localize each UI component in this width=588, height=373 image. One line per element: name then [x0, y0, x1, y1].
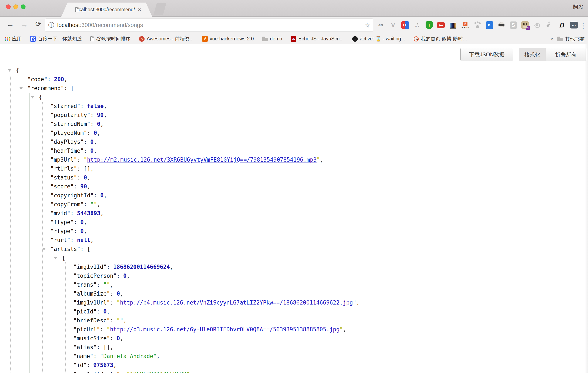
page-info-icon[interactable]: ⓘ	[48, 21, 54, 29]
bookmark-star-icon[interactable]: ☆	[364, 21, 370, 29]
json-value: 0	[103, 308, 107, 315]
incognito-mask-extension-icon[interactable]	[497, 21, 505, 29]
bookmark-item[interactable]: ↓active: ⌛ - waiting...	[352, 36, 405, 42]
weibo-gray-extension-icon[interactable]	[533, 21, 541, 29]
json-line: "ftype": 0,	[0, 218, 588, 227]
hummingbird-extension-icon[interactable]	[546, 21, 554, 29]
json-line: "topicPerson": 0,	[0, 271, 588, 280]
tampermonkey-extension-icon[interactable]: 1	[521, 21, 529, 29]
json-line: "rtUrls": [],	[0, 164, 588, 173]
other-bookmarks-button[interactable]: 其他书签	[557, 36, 585, 42]
json-key: "playedNum"	[50, 130, 87, 136]
apps-grid-icon	[5, 37, 10, 41]
json-value: ""	[103, 282, 110, 288]
json-value: "18686200114669622"	[126, 371, 190, 373]
json-key: "rtUrls"	[50, 165, 77, 172]
video-downloader-extension-icon[interactable]: ▶▶	[437, 22, 445, 28]
json-line: "mp3Url": "http://m2.music.126.net/3XR6B…	[0, 155, 588, 164]
json-link[interactable]: http://p3.music.126.net/6y-UleORITEDbvrO…	[110, 326, 339, 333]
json-key: "popularity"	[50, 112, 90, 118]
blue-downloader-extension-icon[interactable]: »	[486, 21, 493, 29]
json-line: "img1v1Id_str": "18686200114669622"	[0, 370, 588, 373]
bookmark-item[interactable]: 百度一下，你就知道	[30, 35, 82, 42]
json-key: "topicPerson"	[73, 273, 117, 279]
bookmark-item[interactable]: Vvue-hackernews-2.0	[202, 36, 254, 42]
url-host: localhost	[57, 22, 80, 29]
json-punct: [	[87, 246, 90, 252]
back-button[interactable]: ←	[6, 20, 15, 29]
fe-helper-extension-icon[interactable]: FE	[401, 21, 409, 29]
json-key: "recommend"	[27, 85, 64, 91]
paw-extension-icon[interactable]	[474, 21, 482, 29]
json-key: "picUrl"	[73, 326, 100, 333]
bookmarks-overflow-icon[interactable]: »	[551, 36, 554, 42]
s-letter-extension-icon[interactable]: S	[510, 21, 517, 29]
lastpass-extension-icon[interactable]: •••	[570, 22, 578, 29]
json-line: "briefDesc": "",	[0, 316, 588, 325]
json-line: "starredNum": 0,	[0, 119, 588, 128]
bookmark-item[interactable]: 我的首页 微博-随时...	[414, 35, 467, 42]
json-key: "starred"	[50, 103, 80, 109]
json-key: "img1v1Id"	[73, 264, 107, 270]
collapse-toggle-icon[interactable]	[31, 96, 34, 98]
bookmark-label: demo	[270, 36, 282, 42]
json-lines: {"code": 200,"recommend": [{"starred": f…	[0, 66, 588, 373]
echojs-icon: JS	[291, 36, 296, 42]
json-line: "img1v1Url": "http://p4.music.126.net/Vn…	[0, 298, 588, 307]
format-button[interactable]: 格式化	[519, 48, 546, 61]
json-line: "alias": [],	[0, 343, 588, 352]
collapse-toggle-icon[interactable]	[19, 87, 23, 90]
bookmark-label: 应用	[12, 35, 22, 42]
json-link[interactable]: http://p4.music.126.net/VnZiScyynLG7atLI…	[120, 299, 353, 306]
bookmark-item[interactable]: demo	[262, 36, 282, 42]
bookmark-item[interactable]: 应用	[5, 35, 22, 42]
json-key: "name"	[73, 353, 93, 359]
collapse-toggle-icon[interactable]	[8, 69, 11, 72]
reload-button[interactable]: ⟳	[34, 20, 43, 28]
json-line: "dayPlays": 0,	[0, 137, 588, 146]
bookmark-item[interactable]: AAwesomes - 前端资...	[139, 35, 194, 42]
close-window-button[interactable]	[6, 4, 11, 9]
new-tab-button[interactable]	[154, 3, 166, 15]
baidu-paw-icon	[30, 36, 36, 42]
json-line: "id": 975673,	[0, 361, 588, 370]
tab-close-icon[interactable]: ×	[138, 6, 141, 13]
browser-toolbar: ← → ⟳ ⓘ localhost :3000/recommend/songs …	[0, 17, 588, 34]
json-line: {	[0, 93, 588, 102]
json-key: "mvid"	[50, 210, 70, 216]
json-punct: [	[71, 85, 74, 91]
url-bar[interactable]: ⓘ localhost :3000/recommend/songs ☆	[45, 19, 373, 32]
browser-tab[interactable]: localhost:3000/recommend/so ×	[61, 2, 152, 17]
json-punct: [],	[103, 344, 113, 351]
json-line: {	[0, 254, 588, 262]
json-key: "albumSize"	[73, 290, 110, 297]
dark-reader-extension-icon[interactable]: D	[558, 21, 566, 29]
json-link[interactable]: http://m2.music.126.net/3XR6BU6yvtyVmFE8…	[87, 157, 316, 163]
profile-name[interactable]: 阿发	[573, 3, 584, 11]
qr-code-extension-icon[interactable]: ▦	[449, 21, 457, 29]
html5-player-extension-icon[interactable]: 5PLAYER	[461, 21, 469, 29]
json-value: ""	[117, 317, 123, 324]
json-value: 90	[80, 183, 87, 190]
json-value: "Daniela Andrade"	[100, 353, 157, 359]
json-key: "ftype"	[50, 219, 74, 225]
translate-extension-icon[interactable]: en	[377, 21, 385, 29]
json-line: "popularity": 90,	[0, 111, 588, 119]
collapse-all-button[interactable]: 折叠所有	[546, 48, 586, 61]
awesomes-icon: A	[139, 36, 145, 42]
bookmark-label: 谷歌按时间排序	[96, 35, 131, 42]
minimize-window-button[interactable]	[13, 4, 18, 9]
zoom-window-button[interactable]	[21, 4, 25, 9]
browser-menu-icon[interactable]: ⋮	[579, 21, 586, 30]
json-key: "score"	[50, 183, 74, 190]
collapse-toggle-icon[interactable]	[42, 248, 46, 250]
vue-devtools-extension-icon[interactable]: V	[389, 21, 397, 29]
collapse-toggle-icon[interactable]	[54, 257, 57, 259]
page-content: 下载JSON数据 格式化 折叠所有 {"code": 200,"recommen…	[0, 44, 588, 373]
sitemap-extension-icon[interactable]: ∴	[413, 21, 421, 29]
bookmark-item[interactable]: JSEcho JS - JavaScri...	[291, 36, 344, 42]
green-shield-t-extension-icon[interactable]: T	[426, 21, 433, 29]
json-line: "picId": 0,	[0, 307, 588, 316]
download-json-button[interactable]: 下载JSON数据	[461, 48, 513, 61]
bookmark-item[interactable]: 谷歌按时间排序	[90, 35, 131, 42]
